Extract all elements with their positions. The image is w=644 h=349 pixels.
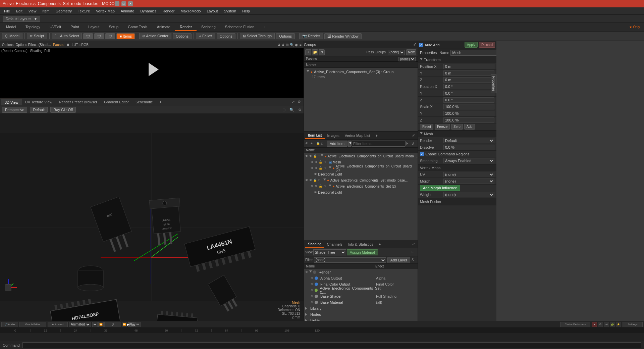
discard-button[interactable]: Discard [479, 42, 495, 48]
items-tab-add[interactable]: + [373, 133, 380, 139]
assign-material-button[interactable]: Assign Material [347, 249, 378, 255]
options3-button[interactable]: Options [276, 33, 295, 39]
tab-uvedit[interactable]: UVEdit [45, 23, 66, 31]
preview-options[interactable]: Options [2, 43, 13, 47]
tab-paint[interactable]: Paint [66, 23, 84, 31]
tab-setup[interactable]: Setup [104, 23, 123, 31]
vp-zoom-icon[interactable]: 🔍 [289, 108, 294, 112]
transform-header[interactable]: Transform [418, 56, 496, 63]
preview-half-icon[interactable]: ◐ [295, 43, 298, 47]
items-expand-icon[interactable]: ⤢ [411, 133, 416, 138]
tab-render[interactable]: Render [175, 23, 197, 31]
tab-model[interactable]: Model [1, 23, 21, 31]
vp-tab-uvtexture[interactable]: UV Texture View [22, 99, 56, 105]
shield3[interactable]: 🛡 [105, 33, 115, 39]
pass-groups-new-btn[interactable]: New [406, 49, 416, 55]
sh-row-basemat[interactable]: 👁 Base Material (all) [304, 299, 418, 305]
sh-f-btn[interactable]: F [412, 250, 416, 254]
groups-folder-icon[interactable]: 📁 [312, 49, 318, 55]
default-layouts-button[interactable]: Default Layouts ▼ [3, 16, 40, 22]
pb-next[interactable]: ⏩ [122, 322, 127, 327]
pb-prev[interactable]: ⏪ [98, 322, 104, 327]
sh-row-lights[interactable]: Lights [304, 317, 418, 321]
sh-expand-icon[interactable]: ⤢ [411, 242, 416, 246]
render-window-button[interactable]: 🖼 Render Window [324, 33, 361, 39]
render-dropdown[interactable]: Default [443, 138, 494, 143]
items-s-btn[interactable]: S [412, 142, 416, 145]
filter-items-input[interactable] [352, 141, 406, 147]
add-item-dropdown[interactable]: ▼ [348, 141, 351, 147]
minimize-button[interactable]: — [115, 1, 119, 6]
rec-btn[interactable]: ● [592, 322, 597, 327]
items-f-btn[interactable]: F [406, 142, 411, 145]
frame-field[interactable] [104, 322, 121, 327]
sh-tab-info[interactable]: Info & Statistics [345, 241, 376, 247]
maximize-button[interactable]: □ [121, 1, 126, 6]
vp-perspective-button[interactable]: Perspective [2, 107, 27, 113]
select-through-button[interactable]: ⊠ Select Through [240, 33, 275, 39]
group-item[interactable]: ● Active_Electronics_Components_Set (3) … [304, 69, 418, 74]
menu-geometry[interactable]: Geometry [53, 8, 74, 14]
animated-tab[interactable]: Animated [48, 322, 68, 327]
smoothing-dropdown[interactable]: Always Enabled [443, 158, 494, 163]
vertex-maps-header[interactable]: Vertex Maps [418, 164, 496, 171]
tab-animate[interactable]: Animate [152, 23, 175, 31]
preview-fit-icon[interactable]: ⊞ [286, 43, 288, 47]
menu-view[interactable]: View [26, 8, 39, 14]
item-row[interactable]: 👁 👁 🔒 □ ● Active_Electronics_Components_… [304, 165, 418, 171]
preview-zoom-icon[interactable]: 🔍 [290, 43, 294, 47]
add-button[interactable]: Add [464, 124, 475, 130]
menu-render[interactable]: Render [160, 8, 177, 14]
pos-y-input[interactable] [443, 70, 494, 76]
sh-row-aecs[interactable]: 👁 Active_Electronics_Components_Set (1..… [304, 287, 418, 293]
vp-gear-icon[interactable]: ⚙ [296, 100, 302, 104]
mesh-section-header[interactable]: Mesh [418, 131, 496, 137]
scale-x-input[interactable] [443, 104, 494, 109]
options1-button[interactable]: Options [173, 33, 192, 39]
vp-sync-icon[interactable]: ⊞ [282, 108, 285, 112]
loop-btn[interactable]: ⟳ [598, 322, 603, 327]
filter-select[interactable]: (none) [314, 257, 386, 263]
vp-expand-icon[interactable]: ⤢ [290, 100, 296, 104]
menu-item[interactable]: Item [40, 8, 52, 14]
menu-help[interactable]: Help [239, 8, 253, 14]
sh-row-render[interactable]: 👁 Render [304, 269, 418, 275]
tab-game-tools[interactable]: Game Tools [123, 23, 152, 31]
freeze-button[interactable]: Freeze [435, 124, 450, 130]
item-row[interactable]: 👁 Directional Light [304, 171, 418, 177]
preview-icon-pause[interactable]: ⏸ [66, 43, 70, 47]
zero-button[interactable]: Zero [451, 124, 463, 130]
menu-dynamics[interactable]: Dynamics [138, 8, 159, 14]
auto-select-button[interactable]: ⬛ Auto Select [52, 33, 82, 39]
menu-vertex-map[interactable]: Vertex Map [93, 8, 117, 14]
dissolve-input[interactable] [443, 145, 494, 150]
vp-tab-schematic[interactable]: Schematic [132, 99, 156, 105]
preview-gear-icon[interactable]: ⚙ [277, 43, 280, 47]
items-button[interactable]: ■ Items [116, 33, 135, 39]
audio-tab[interactable]: 🎵 Audio [1, 322, 18, 327]
sh-s-btn[interactable]: S [412, 258, 416, 262]
add-morph-influence-button[interactable]: Add Morph Influence [420, 185, 460, 191]
tab-topology[interactable]: Topology [21, 23, 45, 31]
vp-settings-icon[interactable]: ⚙ [298, 108, 302, 112]
menu-layout[interactable]: Layout [204, 8, 220, 14]
viewport-scene[interactable]: NEC LB 8721 ST 60 [0, 113, 304, 321]
vp-tab-gradient[interactable]: Gradient Editor [101, 99, 132, 105]
add-item-button[interactable]: Add Item [327, 141, 347, 147]
scale-y-input[interactable] [443, 111, 494, 116]
command-input[interactable] [22, 342, 641, 348]
groups-new-button[interactable]: + [305, 49, 311, 55]
menu-system[interactable]: System [221, 8, 239, 14]
groups-settings-icon[interactable]: ⚙ [319, 49, 325, 55]
rot-z-input[interactable] [443, 97, 494, 103]
item-row[interactable]: 👁 👁 🔒 □ ● Active_Electronics_Components_… [304, 153, 418, 159]
tab-layout[interactable]: Layout [84, 23, 104, 31]
tab-schematic-fusion[interactable]: Schematic Fusion [220, 23, 259, 31]
pos-z-input[interactable] [443, 77, 494, 83]
shield2[interactable]: 🛡 [94, 33, 104, 39]
uv-dropdown[interactable]: (none) [443, 172, 494, 177]
menu-file[interactable]: File [1, 8, 13, 14]
rot-y-input[interactable] [443, 91, 494, 96]
settings-btn[interactable]: Settings [623, 322, 643, 327]
vp-default-button[interactable]: Default [30, 107, 48, 113]
